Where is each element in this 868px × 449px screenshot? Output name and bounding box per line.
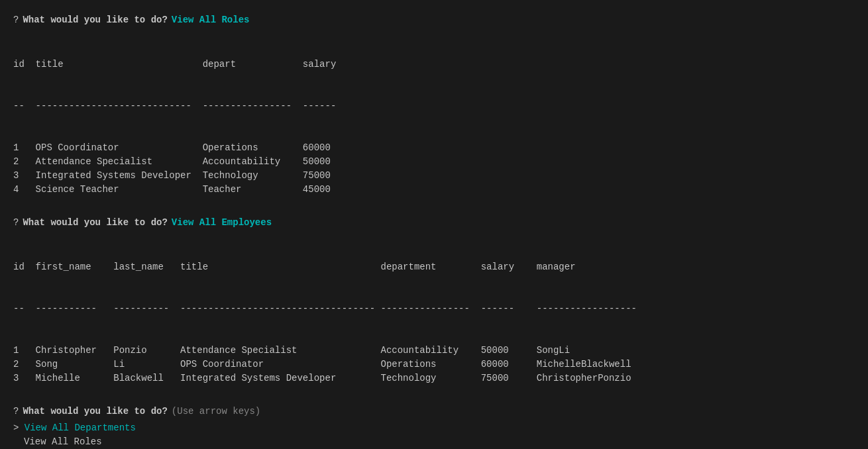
roles-table: id title depart salary -- --------------…: [13, 30, 855, 211]
arrow-keys-hint: (Use arrow keys): [172, 405, 260, 419]
employees-table-separator: -- ----------- ---------- --------------…: [13, 302, 855, 316]
prompt-link-1[interactable]: View All Roles: [172, 13, 250, 27]
roles-table-header: id title depart salary: [13, 58, 855, 72]
prompt-text-2: What would you like to do?: [23, 216, 167, 230]
menu-items: View All RolesView All EmployeesAdd a De…: [13, 435, 855, 449]
menu-selected-item[interactable]: > View All Departments: [13, 421, 855, 435]
roles-table-separator: -- ---------------------------- --------…: [13, 99, 855, 113]
prompt-text-1: What would you like to do?: [23, 13, 167, 27]
list-item[interactable]: View All Roles: [13, 435, 855, 449]
prompt-2: ? What would you like to do? View All Em…: [13, 216, 855, 230]
prompt-1: ? What would you like to do? View All Ro…: [13, 13, 855, 27]
employees-table-header: id first_name last_name title department…: [13, 260, 855, 274]
prompt-symbol-1: ?: [13, 13, 19, 27]
table-row: 1 OPS Coordinator Operations 60000: [13, 141, 855, 155]
table-row: 1 Christopher Ponzio Attendance Speciali…: [13, 344, 855, 358]
table-row: 2 Song Li OPS Coordinator Operations 600…: [13, 358, 855, 372]
table-row: 3 Integrated Systems Developer Technolog…: [13, 169, 855, 183]
menu-section: > View All Departments View All RolesVie…: [13, 421, 855, 449]
prompt-3: ? What would you like to do? (Use arrow …: [13, 405, 855, 419]
roles-table-body: 1 OPS Coordinator Operations 600002 Atte…: [13, 141, 855, 197]
table-row: 4 Science Teacher Teacher 45000: [13, 183, 855, 197]
prompt-symbol-2: ?: [13, 216, 19, 230]
prompt-symbol-3: ?: [13, 405, 19, 419]
employees-table: id first_name last_name title department…: [13, 232, 855, 399]
prompt-link-2[interactable]: View All Employees: [172, 216, 272, 230]
employees-table-body: 1 Christopher Ponzio Attendance Speciali…: [13, 344, 855, 385]
table-row: 3 Michelle Blackwell Integrated Systems …: [13, 372, 855, 385]
prompt-text-3: What would you like to do?: [23, 405, 167, 419]
table-row: 2 Attendance Specialist Accountability 5…: [13, 155, 855, 169]
